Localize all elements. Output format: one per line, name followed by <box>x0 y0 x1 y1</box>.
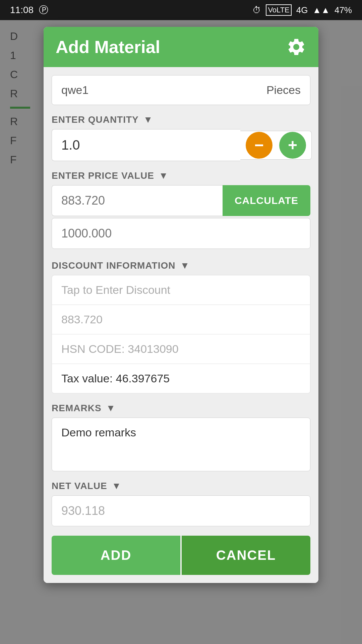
status-bar: 11:08 Ⓟ ⏱ VoLTE 4G ▲▲ 47% <box>0 0 362 20</box>
tax-value-text: Tax value: 46.397675 <box>61 372 170 385</box>
calculate-button[interactable]: CALCULATE <box>223 185 310 216</box>
net-value-label-text: NET VALUE <box>52 481 107 491</box>
discount-chevron-icon[interactable]: ▼ <box>180 260 189 271</box>
net-value-chevron-icon[interactable]: ▼ <box>112 481 121 491</box>
material-unit-value: Pieces <box>266 84 301 97</box>
alarm-icon: ⏱ <box>252 5 261 15</box>
discount-label-text: DISCOUNT INFORMATION <box>52 260 175 271</box>
status-time: 11:08 <box>10 5 34 15</box>
signal-icon: ▲▲ <box>312 5 329 15</box>
modal-body: qwe1 Pieces ENTER QUANTITY ▼ − + ENTER P… <box>44 75 318 583</box>
tax-value-field: Tax value: 46.397675 <box>52 364 310 393</box>
quantity-label-text: ENTER QUANTITY <box>52 114 139 125</box>
net-value-field: 930.118 <box>52 495 310 526</box>
settings-icon[interactable] <box>286 37 306 57</box>
price-chevron-icon[interactable]: ▼ <box>159 170 168 181</box>
price-label-text: ENTER PRICE VALUE <box>52 170 154 181</box>
quantity-section-label: ENTER QUANTITY ▼ <box>52 114 310 125</box>
quantity-chevron-icon[interactable]: ▼ <box>143 114 153 125</box>
quantity-minus-button[interactable]: − <box>246 132 273 159</box>
discount-section-label: DISCOUNT INFORMATION ▼ <box>52 260 310 271</box>
network-4g-icon: 4G <box>296 5 308 15</box>
remarks-field[interactable]: Demo remarks <box>52 418 310 471</box>
remarks-chevron-icon[interactable]: ▼ <box>106 403 116 414</box>
net-value-section-label: NET VALUE ▼ <box>52 481 310 491</box>
bottom-buttons: ADD CANCEL <box>52 536 310 575</box>
price-secondary-input[interactable] <box>52 218 310 249</box>
price-input[interactable] <box>52 185 223 216</box>
price-section-label: ENTER PRICE VALUE ▼ <box>52 170 310 181</box>
volte-icon: VoLTE <box>266 4 291 16</box>
price-field-row: CALCULATE <box>52 185 310 216</box>
material-name-field: qwe1 Pieces <box>52 75 310 105</box>
quantity-row: − + <box>52 129 310 161</box>
battery-icon: 47% <box>335 5 352 15</box>
quantity-plus-button[interactable]: + <box>279 132 306 159</box>
parking-icon: Ⓟ <box>39 4 48 16</box>
modal-header: Add Material <box>44 27 318 67</box>
tap-discount-field[interactable]: Tap to Enter Discount <box>52 275 310 305</box>
hsn-code-placeholder: HSN CODE: 34013090 <box>61 342 179 355</box>
cancel-button[interactable]: CANCEL <box>182 536 310 575</box>
net-value-text: 930.118 <box>61 504 105 518</box>
remarks-value: Demo remarks <box>61 426 136 439</box>
add-button[interactable]: ADD <box>52 536 180 575</box>
remarks-label-text: REMARKS <box>52 403 102 414</box>
modal-title: Add Material <box>56 37 160 57</box>
tap-discount-placeholder: Tap to Enter Discount <box>61 283 170 296</box>
hsn-code-field[interactable]: HSN CODE: 34013090 <box>52 334 310 364</box>
discount-value-field[interactable]: 883.720 <box>52 305 310 334</box>
remarks-section-label: REMARKS ▼ <box>52 403 310 414</box>
discount-value-placeholder: 883.720 <box>61 313 103 326</box>
quantity-buttons-wrapper: − + <box>240 131 312 160</box>
quantity-input[interactable] <box>52 129 240 161</box>
material-name-value: qwe1 <box>61 84 88 97</box>
modal-overlay: Add Material qwe1 Pieces ENTER QUANTITY … <box>0 20 362 644</box>
add-material-modal: Add Material qwe1 Pieces ENTER QUANTITY … <box>44 27 318 583</box>
discount-fields-container: Tap to Enter Discount 883.720 HSN CODE: … <box>52 275 310 393</box>
